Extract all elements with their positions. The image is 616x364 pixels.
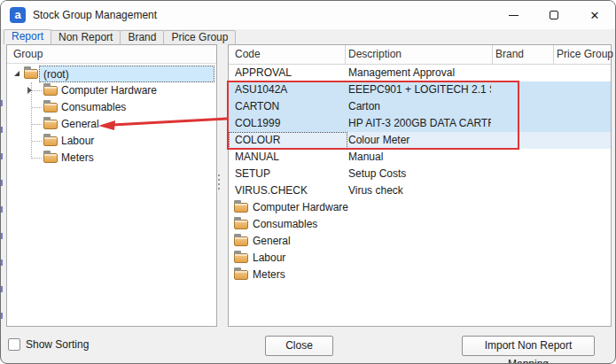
column-divider[interactable] xyxy=(345,45,346,65)
minimize-button[interactable] xyxy=(493,1,534,29)
folder-icon xyxy=(234,253,248,263)
expander-collapsed-icon[interactable] xyxy=(27,87,32,94)
table-row-group-folder[interactable]: Meters xyxy=(229,267,611,283)
cell-code: SETUP xyxy=(235,166,270,182)
cell-code: VIRUS.CHECK xyxy=(235,182,308,199)
show-sorting-label: Show Sorting xyxy=(26,338,89,351)
cell-code: COL1999 xyxy=(235,115,280,132)
screen-edge-artifact xyxy=(1,100,3,320)
import-non-report-mapping-button[interactable]: Import Non Report Mapping xyxy=(462,336,595,356)
cell-code: MANUAL xyxy=(235,149,279,166)
group-folder-label: Labour xyxy=(253,250,285,267)
tab-report[interactable]: Report xyxy=(4,29,51,44)
grid-header-row: Code Description Brand Price Group xyxy=(229,45,611,65)
table-row-focused[interactable]: COLOUR Colour Meter xyxy=(229,132,611,149)
cell-code: COLOUR xyxy=(235,132,280,149)
tab-price-group[interactable]: Price Group xyxy=(163,30,236,44)
group-folder-label: General xyxy=(253,233,291,250)
tree-item-labour[interactable]: Labour xyxy=(7,133,216,150)
table-row[interactable]: SETUP Setup Costs xyxy=(229,166,611,182)
group-column-header: Group xyxy=(7,45,216,64)
table-row-group-folder[interactable]: General xyxy=(229,233,611,250)
cell-description: Management Approval xyxy=(348,65,491,81)
cell-description: EEEPC901 + LOGITECH 2.1 SPEAK xyxy=(348,81,491,98)
tab-strip: Report Non Report Brand Price Group xyxy=(4,29,235,44)
column-divider[interactable] xyxy=(553,45,554,65)
cell-description: Carton xyxy=(348,98,491,115)
maximize-icon xyxy=(550,11,558,19)
table-row-group-folder[interactable]: Labour xyxy=(229,250,611,267)
close-button[interactable]: Close xyxy=(265,336,333,356)
tree-connector-stub xyxy=(32,158,42,159)
tree-connector-stub xyxy=(32,124,42,125)
table-row-group-folder[interactable]: Consumables xyxy=(229,216,611,233)
tree-item-label: Consumables xyxy=(61,99,126,116)
table-row[interactable]: COL1999 HP AIT-3 200GB DATA CARTRIDG xyxy=(229,115,611,132)
folder-icon xyxy=(43,136,58,146)
cell-code: CARTON xyxy=(235,98,279,115)
titlebar: a Stock Group Management ✕ xyxy=(1,1,615,29)
maximize-button[interactable] xyxy=(534,1,574,29)
cell-description: Setup Costs xyxy=(348,166,491,182)
cell-code: APPROVAL xyxy=(235,65,292,81)
tree-item-label: Computer Hardware xyxy=(61,82,157,99)
cell-code: ASU1042A xyxy=(235,81,287,98)
cell-description: Manual xyxy=(348,149,491,166)
column-header-price-group[interactable]: Price Group xyxy=(557,45,613,65)
table-row[interactable]: CARTON Carton xyxy=(229,98,611,115)
cell-description: Colour Meter xyxy=(348,132,491,149)
tree-item-root[interactable]: (root) xyxy=(7,66,216,82)
window-title: Stock Group Management xyxy=(33,1,157,29)
tree-item-label: Labour xyxy=(61,133,94,150)
tree-item-label: General xyxy=(61,116,99,133)
tree-item-meters[interactable]: Meters xyxy=(7,150,216,167)
folder-icon xyxy=(43,103,58,112)
minimize-icon xyxy=(509,15,519,16)
group-tree-panel: Group (root) Computer Hardware Consumabl… xyxy=(6,44,217,327)
folder-icon xyxy=(24,69,38,79)
group-folder-label: Computer Hardware xyxy=(253,199,348,216)
tree-item-computer-hardware[interactable]: Computer Hardware xyxy=(7,82,216,99)
tree-connector-stub xyxy=(32,141,42,142)
group-folder-label: Meters xyxy=(253,267,285,283)
tree-item-label: Meters xyxy=(61,150,94,167)
expander-expanded-icon[interactable] xyxy=(14,71,19,76)
app-logo-icon: a xyxy=(10,7,26,23)
folder-icon xyxy=(43,86,58,96)
cell-description: HP AIT-3 200GB DATA CARTRIDG xyxy=(348,115,491,132)
tab-non-report[interactable]: Non Report xyxy=(51,30,121,44)
folder-icon xyxy=(43,153,58,163)
close-icon: ✕ xyxy=(590,10,600,21)
show-sorting-checkbox[interactable] xyxy=(8,338,20,351)
table-row[interactable]: APPROVAL Management Approval xyxy=(229,65,611,81)
tree-connector-stub xyxy=(32,107,42,108)
tree-connector-stub xyxy=(32,90,42,91)
table-row[interactable]: ASU1042A EEEPC901 + LOGITECH 2.1 SPEAK xyxy=(229,81,611,98)
folder-icon xyxy=(234,270,248,280)
tab-brand[interactable]: Brand xyxy=(120,30,164,44)
column-header-brand[interactable]: Brand xyxy=(495,45,524,65)
panel-splitter[interactable] xyxy=(218,174,221,190)
column-divider[interactable] xyxy=(492,45,493,65)
folder-icon xyxy=(234,236,248,246)
table-row[interactable]: VIRUS.CHECK Virus check xyxy=(229,182,611,199)
group-folder-label: Consumables xyxy=(253,216,317,233)
tree-item-root-label: (root) xyxy=(39,66,214,82)
column-header-code[interactable]: Code xyxy=(235,45,261,65)
close-window-button[interactable]: ✕ xyxy=(574,1,615,29)
table-row-group-folder[interactable]: Computer Hardware xyxy=(229,199,611,216)
cell-description: Virus check xyxy=(348,182,491,199)
stock-group-grid: Code Description Brand Price Group APPRO… xyxy=(228,44,612,327)
folder-icon xyxy=(234,203,248,213)
tree-item-general[interactable]: General xyxy=(7,116,216,133)
table-row[interactable]: MANUAL Manual xyxy=(229,149,611,166)
folder-icon xyxy=(43,120,58,129)
tree-item-consumables[interactable]: Consumables xyxy=(7,99,216,116)
folder-icon xyxy=(234,220,248,229)
stock-group-management-dialog: a Stock Group Management ✕ Report Non Re… xyxy=(0,0,616,364)
column-header-description[interactable]: Description xyxy=(348,45,402,65)
